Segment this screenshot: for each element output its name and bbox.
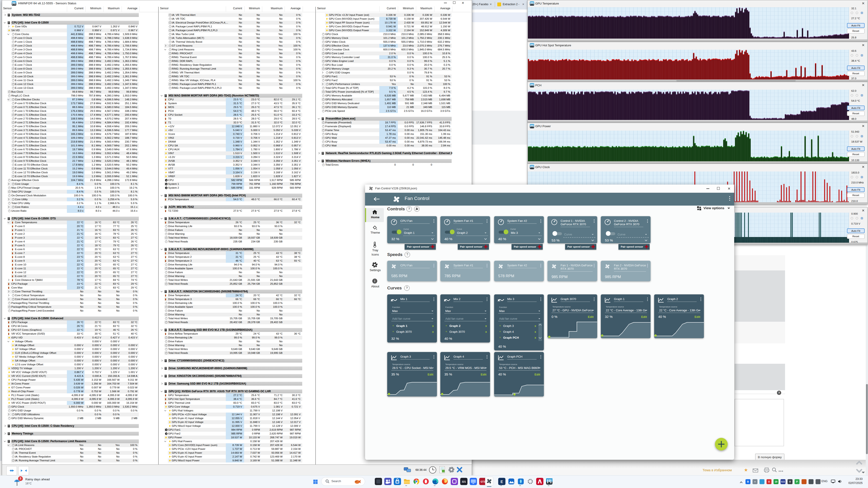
svg-text:GT3: GT3 [480, 481, 485, 483]
svg-text:E: E [500, 480, 503, 484]
svg-text:321: 321 [462, 480, 466, 483]
